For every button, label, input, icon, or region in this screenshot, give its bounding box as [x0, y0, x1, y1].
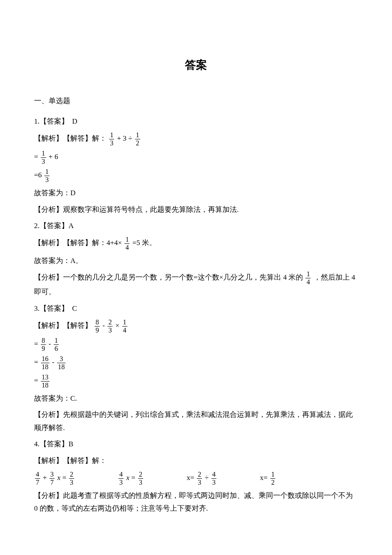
times: ×: [115, 321, 121, 330]
q4-eq3: x= 23 ÷ 43: [187, 471, 217, 486]
q3-analysis: 【分析】先根据题中的关键词，列出综合算式，乘法和减法混合运算时，先算乘法，再算减…: [34, 408, 358, 434]
fraction-8-9: 89: [95, 319, 100, 334]
q1-ans-letter: D: [72, 117, 77, 125]
plus-sign: + 3 ÷: [117, 134, 134, 142]
q1-exp-label: 【解析】【解答】解：: [34, 134, 107, 142]
div: ÷: [205, 474, 210, 482]
fraction-2-3: 23: [138, 471, 143, 486]
q2-analysis: 【分析】一个数的几分之几是另一个数，另一个数=这个数×几分之几，先算出 4 米的…: [34, 271, 358, 299]
plus: +: [43, 474, 49, 482]
x-var: x: [126, 474, 130, 482]
q4-eq1: 47 + 37 x = 23: [34, 471, 75, 486]
eq-sign: =: [34, 340, 38, 348]
q4-eq2: 43 x = 23: [118, 471, 144, 486]
fraction-1-4: 14: [122, 319, 127, 334]
page-title: 答案: [34, 55, 358, 75]
fraction-1-6: 16: [54, 337, 59, 352]
fraction-1-2: 12: [270, 471, 275, 486]
q2-exp-label: 【解析】【解答】解：4+4×: [34, 239, 122, 247]
fraction-2-3: 23: [69, 471, 74, 486]
q3-ans-label: 3.【答案】: [34, 304, 69, 312]
q1-explain-line1: 【解析】【解答】解： 13 + 3 ÷ 12: [34, 132, 358, 147]
eq-6: =6: [34, 171, 42, 179]
fraction-1-4: 14: [306, 271, 311, 286]
eq-sign: =: [34, 376, 38, 384]
fraction-2-3: 23: [197, 471, 202, 486]
minus: -: [52, 358, 56, 366]
fraction-4-7: 47: [35, 471, 40, 486]
fraction-13-18: 1318: [41, 374, 49, 389]
q3-explain-line3: = 1618 - 318: [34, 356, 358, 370]
q2-answer: 2.【答案】A: [34, 220, 358, 233]
q1-ans-label: 1.【答案】: [34, 117, 69, 125]
fraction-4-3: 43: [118, 471, 124, 486]
q4-eq4: x= 12: [260, 471, 276, 486]
q4-analysis: 【分析】此题考查了根据等式的性质解方程，即等式两边同时加、减、乘同一个数或除以同…: [34, 489, 358, 515]
fraction-1-3: 13: [41, 150, 46, 165]
q2-exp-suffix: =5 米。: [133, 239, 156, 247]
q1-conclusion: 故答案为：D: [34, 187, 358, 200]
q3-explain-line2: = 89 - 16: [34, 337, 358, 352]
q3-answer: 3.【答案】 C: [34, 302, 358, 315]
q1-explain-line2: = 13 + 6: [34, 150, 358, 165]
x-var: x: [57, 474, 61, 482]
plus-6: + 6: [49, 153, 58, 161]
eq-sign: =: [34, 358, 38, 366]
x-eq: x=: [187, 474, 194, 482]
section-header: 一、单选题: [34, 95, 358, 108]
fraction-8-9: 89: [41, 337, 46, 352]
fraction-1-2: 12: [135, 132, 140, 147]
fraction-16-18: 1618: [41, 356, 49, 370]
fraction-1-3: 13: [44, 168, 49, 183]
q4-explain-label: 【解析】【解答】解：: [34, 454, 358, 468]
minus: -: [103, 321, 107, 330]
q3-ans-letter: C: [72, 304, 77, 312]
fraction-3-18: 318: [57, 356, 66, 370]
fraction-4-3: 43: [211, 471, 216, 486]
eq: =: [131, 474, 137, 482]
q4-answer: 4.【答案】B: [34, 438, 358, 451]
eq-sign: =: [34, 153, 38, 161]
q4-equations-row: 47 + 37 x = 23 43 x = 23 x= 23 ÷ 43 x= 1…: [34, 471, 358, 486]
fraction-1-4: 14: [124, 236, 130, 251]
q1-answer: 1.【答案】 D: [34, 115, 358, 128]
fraction-2-3: 23: [107, 319, 112, 334]
q3-exp-label: 【解析】【解答】: [34, 321, 92, 330]
q3-explain-line1: 【解析】【解答】 89 - 23 × 14: [34, 319, 358, 334]
q1-analysis: 【分析】观察数字和运算符号特点，此题要先算除法，再算加法.: [34, 203, 358, 217]
q2-analysis-pre: 【分析】一个数的几分之几是另一个数，另一个数=这个数×几分之几，先算出 4 米的: [34, 274, 303, 282]
q1-explain-line3: =6 13: [34, 168, 358, 183]
q2-conclusion: 故答案为：A。: [34, 254, 358, 268]
q3-explain-line4: = 1318: [34, 374, 358, 389]
fraction-1-3: 13: [109, 132, 114, 147]
q3-conclusion: 故答案为：C.: [34, 392, 358, 405]
minus: -: [49, 340, 53, 348]
fraction-3-7: 37: [49, 471, 55, 486]
eq: =: [62, 474, 68, 482]
x-eq: x=: [260, 474, 268, 482]
q2-explain: 【解析】【解答】解：4+4× 14 =5 米。: [34, 236, 358, 251]
